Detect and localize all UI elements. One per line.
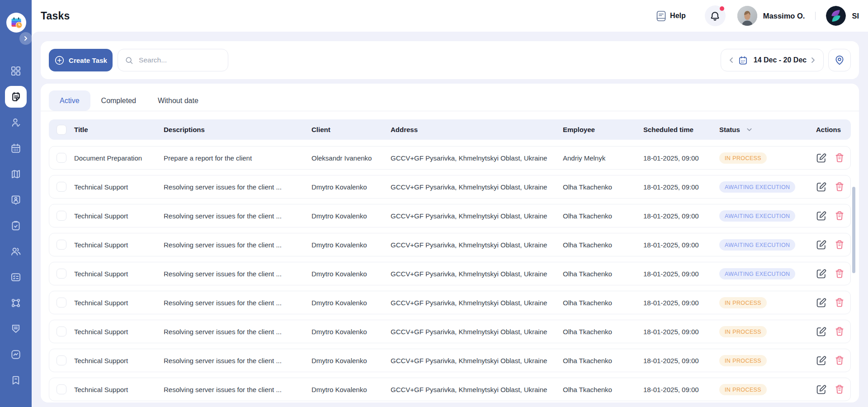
tab-completed[interactable]: Completed [90, 90, 147, 111]
calendar-icon [738, 55, 748, 66]
date-range-label: 14 Dec - 20 Dec [754, 56, 807, 64]
edit-button[interactable] [816, 297, 827, 308]
edit-button[interactable] [816, 181, 827, 193]
delete-button[interactable] [834, 181, 845, 192]
delete-button[interactable] [834, 239, 845, 250]
status-badge: IN PROCESS [719, 384, 767, 395]
shield-lines-icon [10, 323, 22, 335]
sidebar-item-bookmark[interactable] [5, 369, 27, 391]
row-checkbox[interactable] [57, 355, 66, 365]
task-client: Dmytro Kovalenko [311, 386, 391, 393]
edit-icon [816, 152, 827, 164]
sidebar-item-activity[interactable] [5, 344, 27, 365]
task-scheduled-time: 18-01-2025, 09:00 [643, 328, 719, 336]
date-range-picker[interactable]: 14 Dec - 20 Dec [721, 49, 824, 71]
task-row: Technical Support Resolving server issue… [49, 378, 851, 401]
scrollbar-thumb[interactable] [852, 187, 855, 273]
delete-trash-icon [834, 210, 845, 221]
edit-button[interactable] [816, 239, 827, 251]
app-logo[interactable] [6, 13, 26, 33]
status-badge: IN PROCESS [719, 297, 767, 308]
help-doc-icon [656, 10, 666, 22]
row-checkbox[interactable] [57, 240, 66, 250]
tab-active[interactable]: Active [49, 90, 90, 111]
chevron-left-icon[interactable] [728, 57, 735, 64]
edit-icon [816, 181, 827, 193]
sidebar-nav [5, 60, 27, 391]
location-button[interactable] [828, 49, 851, 71]
chevron-right-icon[interactable] [809, 57, 816, 64]
sidebar-item-calendar[interactable] [5, 137, 27, 159]
dashboard-grid-icon [10, 65, 22, 77]
status-badge: AWAITING EXECUTION [719, 181, 795, 193]
search-input[interactable] [139, 56, 229, 64]
sidebar-item-vector-square[interactable] [5, 292, 27, 314]
plus-circle-icon [54, 55, 65, 66]
edit-button[interactable] [816, 384, 827, 395]
delete-button[interactable] [834, 384, 845, 395]
sidebar-item-user-badge[interactable] [5, 189, 27, 211]
create-task-button[interactable]: Create Task [49, 49, 113, 71]
task-address: GCCV+GF Pysarivka, Khmelnytskyi Oblast, … [391, 386, 563, 393]
column-descriptions: Descriptions [164, 126, 311, 133]
delete-button[interactable] [834, 152, 845, 163]
tab-without-date[interactable]: Without date [147, 90, 209, 111]
task-title: Technical Support [74, 357, 164, 364]
sidebar-item-clipboard[interactable] [5, 215, 27, 237]
delete-button[interactable] [834, 210, 845, 221]
sidebar-item-shield[interactable] [5, 318, 27, 340]
task-address: GCCV+GF Pysarivka, Khmelnytskyi Oblast, … [391, 270, 563, 278]
notifications-button[interactable] [705, 5, 726, 26]
task-scheduled-time: 18-01-2025, 09:00 [643, 212, 719, 220]
org-avatar[interactable] [826, 6, 846, 26]
column-status[interactable]: Status [719, 126, 816, 133]
delete-trash-icon [834, 355, 845, 366]
sidebar-item-checklist[interactable] [5, 266, 27, 288]
select-all-checkbox[interactable] [57, 125, 66, 135]
task-title: Document Preparation [74, 154, 164, 162]
row-checkbox[interactable] [57, 384, 66, 394]
edit-button[interactable] [816, 210, 827, 222]
sidebar-item-tasks[interactable] [5, 86, 27, 108]
user-name[interactable]: Massimo O. [763, 12, 805, 20]
table-header: Title Descriptions Client Address Employ… [49, 119, 851, 140]
task-client: Dmytro Kovalenko [311, 328, 391, 336]
status-badge: AWAITING EXECUTION [719, 268, 795, 279]
edit-button[interactable] [816, 268, 827, 279]
task-row: Document Preparation Prepare a report fo… [49, 146, 851, 170]
edit-button[interactable] [816, 355, 827, 366]
row-checkbox[interactable] [57, 269, 66, 279]
sidebar-item-map[interactable] [5, 163, 27, 185]
task-title: Technical Support [74, 241, 164, 249]
sidebar-item-dashboard[interactable] [5, 60, 27, 82]
column-address: Address [391, 126, 563, 133]
user-avatar[interactable] [737, 6, 757, 26]
delete-button[interactable] [834, 355, 845, 366]
org-name[interactable]: SI [852, 12, 859, 20]
task-employee: Olha Tkachenko [563, 212, 643, 220]
search-box [118, 49, 228, 71]
sidebar-item-users[interactable] [5, 241, 27, 262]
row-checkbox[interactable] [57, 153, 66, 163]
task-address: GCCV+GF Pysarivka, Khmelnytskyi Oblast, … [391, 212, 563, 220]
edit-button[interactable] [816, 152, 827, 164]
row-checkbox[interactable] [57, 298, 66, 308]
sidebar-expand-button[interactable] [19, 32, 32, 45]
task-scheduled-time: 18-01-2025, 09:00 [643, 386, 719, 393]
delete-button[interactable] [834, 326, 845, 337]
edit-button[interactable] [816, 326, 827, 337]
delete-button[interactable] [834, 268, 845, 279]
row-checkbox[interactable] [57, 211, 66, 221]
task-row: Technical Support Resolving server issue… [49, 204, 851, 227]
user-badge-icon [10, 194, 22, 206]
help-button[interactable]: Help [656, 10, 686, 22]
sidebar-item-user-check[interactable] [5, 112, 27, 133]
row-checkbox[interactable] [57, 327, 66, 336]
task-client: Dmytro Kovalenko [311, 270, 391, 278]
task-description: Resolving server issues for the client .… [164, 183, 311, 191]
task-scheduled-time: 18-01-2025, 09:00 [643, 357, 719, 364]
row-checkbox[interactable] [57, 182, 66, 192]
delete-button[interactable] [834, 297, 845, 308]
task-address: GCCV+GF Pysarivka, Khmelnytskyi Oblast, … [391, 299, 563, 307]
sidebar [0, 0, 32, 407]
